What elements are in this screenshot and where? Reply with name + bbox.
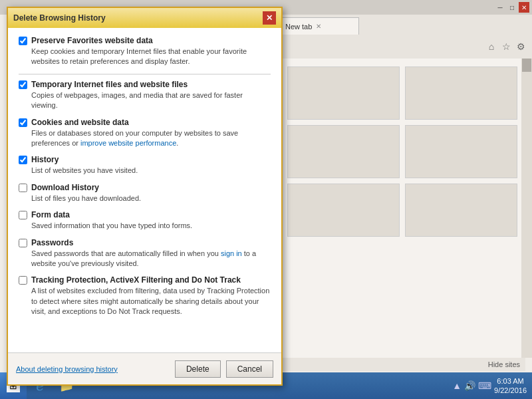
thumbnail-5 [287,184,400,237]
history-checkbox[interactable] [19,156,27,164]
temp-internet-desc: Copies of webpages, images, and media th… [31,90,271,111]
hide-sites-label[interactable]: Hide sites [488,360,520,368]
option-history-header: History [19,155,271,164]
preserve-favorites-desc: Keep cookies and temporary Internet file… [31,47,271,67]
passwords-label: Passwords [31,238,73,247]
thumbnail-4 [405,125,517,178]
option-preserve-favorites-header: Preserve Favorites website data [19,36,271,45]
option-tracking-header: Tracking Protection, ActiveX Filtering a… [19,275,271,285]
dialog-footer: About deleting browsing history Delete C… [8,352,281,384]
tab-bar: New tab ✕ [279,15,532,35]
thumbnail-grid [279,59,525,245]
option-form-data-header: Form data [19,210,271,219]
option-cookies-header: Cookies and website data [19,118,271,127]
cookies-desc: Files or databases stored on your comput… [31,128,271,149]
tracking-label: Tracking Protection, ActiveX Filtering a… [31,275,241,285]
option-form-data: Form data Saved information that you hav… [19,210,271,231]
browser-tab[interactable]: New tab ✕ [279,17,359,35]
option-passwords: Passwords Saved passwords that are autom… [19,238,271,269]
browser-scrollbar[interactable] [521,59,532,358]
download-history-label: Download History [31,183,99,192]
download-history-desc: List of files you have downloaded. [31,194,271,203]
home-icon[interactable]: ⌂ [485,41,497,53]
volume-icon: 🔊 [464,380,475,391]
option-preserve-favorites: Preserve Favorites website data Keep coo… [19,36,271,67]
system-clock[interactable]: 6:03 AM 9/22/2016 [494,376,527,396]
history-desc: List of websites you have visited. [31,166,271,176]
download-history-checkbox[interactable] [19,184,27,192]
dialog-body: Preserve Favorites website data Keep coo… [8,28,281,352]
close-window-button[interactable]: ✕ [519,2,529,13]
clock-time: 6:03 AM [494,376,527,386]
option-temp-internet-header: Temporary Internet files and website fil… [19,80,271,89]
dialog-close-button[interactable]: ✕ [263,11,276,25]
delete-button[interactable]: Delete [175,360,221,378]
cookies-checkbox[interactable] [19,118,27,127]
form-data-checkbox[interactable] [19,211,27,219]
thumbnail-2 [405,66,517,120]
tracking-desc: A list of websites excluded from filteri… [31,286,271,317]
dialog-title: Delete Browsing History [13,13,263,23]
passwords-checkbox[interactable] [19,239,27,247]
preserve-favorites-label: Preserve Favorites website data [31,36,153,45]
settings-icon[interactable]: ⚙ [515,41,527,53]
favorites-icon[interactable]: ☆ [500,41,512,53]
option-temp-internet: Temporary Internet files and website fil… [19,80,271,111]
scrollbar-thumb[interactable] [522,59,531,72]
separator-1 [19,74,271,74]
preserve-favorites-checkbox[interactable] [19,37,27,45]
passwords-desc: Saved passwords that are automatically f… [31,249,271,269]
option-history: History List of websites you have visite… [19,155,271,176]
taskbar-right: ▲ 🔊 ⌨ 6:03 AM 9/22/2016 [452,376,532,396]
form-data-desc: Saved information that you have typed in… [31,221,271,231]
hide-sites-bar: Hide sites [279,358,525,371]
tab-close-button[interactable]: ✕ [316,23,321,30]
option-download-history-header: Download History [19,183,271,192]
address-bar-area: ⌂ ☆ ⚙ [279,35,532,59]
cookies-label: Cookies and website data [31,118,129,127]
sign-in-link[interactable]: sign in [221,249,242,257]
battery-icon: ⌨ [478,380,491,391]
delete-browsing-history-dialog: Delete Browsing History ✕ Preserve Favor… [7,7,283,386]
temp-internet-label: Temporary Internet files and website fil… [31,80,188,89]
thumbnail-1 [287,66,400,120]
form-data-label: Form data [31,210,70,219]
network-icon: ▲ [452,380,462,391]
browser-content [279,59,525,358]
option-passwords-header: Passwords [19,238,271,247]
dialog-titlebar: Delete Browsing History ✕ [8,8,281,28]
thumbnail-3 [287,125,400,178]
temp-internet-checkbox[interactable] [19,80,27,89]
clock-date: 9/22/2016 [494,386,527,395]
maximize-button[interactable]: □ [507,2,517,13]
improve-link[interactable]: improve website performance [80,139,176,147]
tab-label: New tab [285,23,312,31]
tracking-checkbox[interactable] [19,276,27,285]
minimize-button[interactable]: ─ [495,2,505,13]
thumbnail-6 [405,184,517,237]
cancel-button[interactable]: Cancel [226,360,273,378]
option-cookies: Cookies and website data Files or databa… [19,118,271,149]
option-download-history: Download History List of files you have … [19,183,271,203]
history-label: History [31,155,59,164]
about-link[interactable]: About deleting browsing history [16,365,170,373]
option-tracking: Tracking Protection, ActiveX Filtering a… [19,275,271,317]
